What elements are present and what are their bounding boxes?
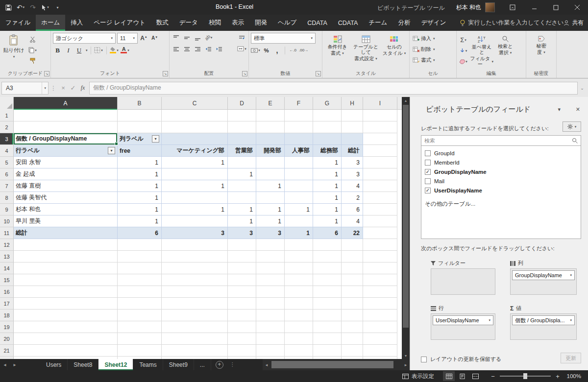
cell-I7[interactable] <box>363 180 397 192</box>
format-as-table-button[interactable]: テーブルとして 書式設定▾ <box>351 33 380 61</box>
cell-A20[interactable] <box>14 333 118 345</box>
tab-analyze[interactable]: 分析 <box>392 15 416 31</box>
cell-H2[interactable] <box>342 121 363 133</box>
sheet-scroll-right-icon[interactable]: ▸ <box>10 362 20 367</box>
zoom-level[interactable]: 100% <box>564 373 581 379</box>
clipboard-dialog-launcher-icon[interactable]: ↘ <box>44 71 49 76</box>
ribbon-display-options-icon[interactable] <box>502 0 523 15</box>
cell-B11[interactable]: 6 <box>118 227 162 239</box>
sort-filter-button[interactable]: AZ 並べ替えと フィルター▾ <box>470 33 493 67</box>
cell-G14[interactable] <box>313 263 342 274</box>
cell-C1[interactable] <box>162 110 228 121</box>
cell-C4[interactable]: マーケティング部 <box>162 145 228 157</box>
normal-view-button[interactable] <box>443 371 455 381</box>
cell-D15[interactable] <box>228 274 256 286</box>
values-area[interactable]: 個数 / GroupDispla...▾ <box>510 313 577 340</box>
cell-E12[interactable] <box>256 239 285 251</box>
row-header-17[interactable]: 17 <box>0 298 14 310</box>
column-header-A[interactable]: A <box>14 97 118 110</box>
cell-G15[interactable] <box>313 274 342 286</box>
align-left-button[interactable] <box>172 44 181 53</box>
cell-D9[interactable]: 1 <box>228 204 256 215</box>
field-checkbox-MemberId[interactable] <box>425 160 431 166</box>
cell-A12[interactable] <box>14 239 118 251</box>
cell-G17[interactable] <box>313 298 342 310</box>
cell-D10[interactable]: 1 <box>228 215 256 227</box>
vertical-scrollbar-thumb[interactable] <box>403 105 409 328</box>
bold-button[interactable]: B <box>53 46 62 55</box>
cell-C10[interactable] <box>162 215 228 227</box>
cell-A9[interactable]: 杉本 和也 <box>14 204 118 215</box>
insert-function-icon[interactable]: fx <box>78 82 88 95</box>
cell-B5[interactable]: 1 <box>118 157 162 168</box>
row-header-3[interactable]: 3 <box>0 133 14 145</box>
cell-H15[interactable] <box>342 274 363 286</box>
row-header-11[interactable]: 11 <box>0 227 14 239</box>
field-checkbox-UserDisplayName[interactable]: ✓ <box>425 188 431 193</box>
align-top-button[interactable] <box>172 33 181 42</box>
field-checkbox-Mail[interactable] <box>425 178 431 184</box>
cell-H9[interactable]: 6 <box>342 204 363 215</box>
tab-insert[interactable]: 挿入 <box>65 15 88 31</box>
cell-D19[interactable] <box>228 321 256 333</box>
cell-A6[interactable]: 金 起成 <box>14 168 118 180</box>
cell-E20[interactable] <box>256 333 285 345</box>
increase-decimal-button[interactable]: ←.0 <box>288 46 297 55</box>
sheet-tab-Sheet9[interactable]: Sheet9 <box>163 359 194 370</box>
columns-area[interactable]: GroupDisplayName▾ <box>510 268 577 295</box>
column-header-B[interactable]: B <box>118 97 162 110</box>
cancel-icon[interactable]: × <box>58 82 68 95</box>
cell-A2[interactable] <box>14 121 118 133</box>
cell-D1[interactable] <box>228 110 256 121</box>
row-header-13[interactable]: 13 <box>0 251 14 263</box>
field-chip-columns[interactable]: GroupDisplayName▾ <box>512 270 575 280</box>
view-settings-button[interactable]: 表示設定 <box>402 373 434 380</box>
cell-I21[interactable] <box>363 345 397 357</box>
autosum-button[interactable]: Σ▾ <box>459 35 468 45</box>
cell-D14[interactable] <box>228 263 256 274</box>
sheet-tab-...[interactable]: ... <box>194 359 211 370</box>
cell-H21[interactable] <box>342 345 363 357</box>
cell-G20[interactable] <box>313 333 342 345</box>
cell-C21[interactable] <box>162 345 228 357</box>
tools-gear-button[interactable]: ▾ <box>563 121 581 132</box>
vertical-scrollbar[interactable]: ▴ ▾ <box>402 97 410 359</box>
cell-F7[interactable] <box>285 180 313 192</box>
cell-H16[interactable] <box>342 286 363 298</box>
cell-D4[interactable]: 営業部 <box>228 145 256 157</box>
increase-font-size-button[interactable]: A▲ <box>139 34 148 43</box>
cell-B19[interactable] <box>118 321 162 333</box>
row-header-2[interactable]: 2 <box>0 121 14 133</box>
cell-I17[interactable] <box>363 298 397 310</box>
clear-button[interactable]: ▾ <box>459 57 468 66</box>
align-middle-button[interactable] <box>182 33 192 42</box>
cell-E15[interactable] <box>256 274 285 286</box>
field-chip-rows[interactable]: UserDisplayName▾ <box>433 315 493 325</box>
cell-C3[interactable] <box>162 133 228 145</box>
more-tables-link[interactable]: その他のテーブル... <box>422 199 580 209</box>
cell-A17[interactable] <box>14 298 118 310</box>
cell-C9[interactable]: 1 <box>162 204 228 215</box>
cell-I16[interactable] <box>363 286 397 298</box>
zoom-slider-thumb[interactable] <box>523 373 527 379</box>
tab-splitter-icon[interactable]: ⋮ <box>230 361 235 368</box>
cell-A14[interactable] <box>14 263 118 274</box>
cell-F14[interactable] <box>285 263 313 274</box>
sheet-tab-Sheet8[interactable]: Sheet8 <box>68 359 98 370</box>
row-header-8[interactable]: 8 <box>0 192 14 204</box>
cell-E8[interactable] <box>256 192 285 204</box>
column-header-C[interactable]: C <box>162 97 228 110</box>
horizontal-scrollbar-track[interactable] <box>270 359 402 370</box>
minimize-icon[interactable] <box>523 0 545 15</box>
enter-icon[interactable]: ✓ <box>68 82 78 95</box>
maximize-icon[interactable] <box>545 0 566 15</box>
fill-color-button[interactable]: ▾ <box>110 46 119 55</box>
wrap-text-button[interactable] <box>237 33 246 42</box>
cell-B10[interactable]: 1 <box>118 215 162 227</box>
cell-C16[interactable] <box>162 286 228 298</box>
row-header-20[interactable]: 20 <box>0 333 14 345</box>
field-checkbox-GroupId[interactable] <box>425 150 431 156</box>
zoom-out-button[interactable]: − <box>490 373 496 380</box>
percent-format-button[interactable]: % <box>262 46 271 55</box>
cell-I4[interactable] <box>363 145 397 157</box>
